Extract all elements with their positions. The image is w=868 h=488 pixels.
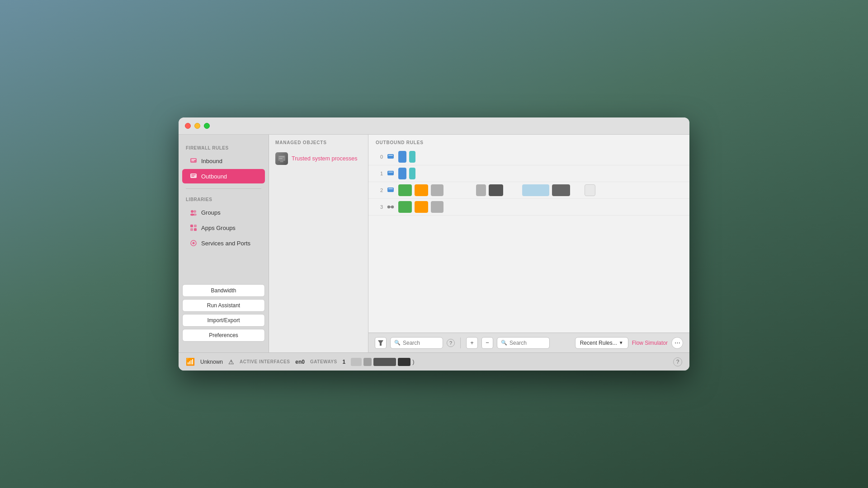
- dropdown-chevron-icon: ▼: [619, 340, 623, 345]
- rule-cell-gray: [431, 184, 443, 196]
- sidebar-item-services-ports[interactable]: Services and Ports: [182, 236, 265, 250]
- rule-cell-orange: [415, 184, 428, 196]
- svg-point-9: [193, 214, 197, 216]
- window-body: FIREWALL RULES Inbound: [179, 135, 689, 352]
- gateway-bar: ): [351, 358, 414, 366]
- services-ports-label: Services and Ports: [201, 240, 250, 247]
- bandwidth-button[interactable]: Bandwidth: [182, 284, 265, 297]
- svg-point-6: [191, 210, 193, 213]
- managed-objects-search-box[interactable]: 🔍: [390, 337, 443, 349]
- svg-rect-26: [388, 188, 393, 189]
- svg-rect-25: [387, 188, 394, 192]
- help-button-left[interactable]: ?: [447, 339, 455, 347]
- inbound-label: Inbound: [201, 158, 222, 164]
- svg-rect-2: [191, 160, 194, 161]
- rule-cells: [398, 184, 595, 196]
- svg-rect-11: [194, 225, 197, 227]
- table-row[interactable]: 2: [368, 182, 689, 199]
- svg-rect-10: [190, 225, 193, 227]
- remove-rule-button[interactable]: −: [481, 337, 493, 349]
- trusted-processes-label: Trusted system processes: [292, 155, 357, 162]
- sidebar-spacer: [179, 251, 269, 281]
- row-type-icon: [387, 186, 395, 194]
- maximize-button[interactable]: [204, 123, 210, 129]
- svg-point-15: [193, 242, 195, 244]
- managed-objects-search-input[interactable]: [403, 340, 439, 346]
- rule-cell-white: [585, 184, 595, 196]
- svg-rect-5: [191, 176, 194, 177]
- table-row[interactable]: 1: [368, 165, 689, 182]
- rule-cell-gray-2: [476, 184, 486, 196]
- table-row[interactable]: 3: [368, 199, 689, 216]
- apps-groups-label: Apps Groups: [201, 225, 236, 231]
- gateways-count: 1: [343, 359, 346, 365]
- row-number: 3: [376, 204, 383, 210]
- rule-cells: [398, 201, 443, 213]
- minimize-button[interactable]: [194, 123, 200, 129]
- content-area: MANAGED OBJECTS Trusted system processes: [269, 135, 689, 352]
- inbound-icon: [189, 157, 198, 165]
- svg-rect-19: [280, 161, 283, 162]
- trusted-system-processes-item[interactable]: Trusted system processes: [269, 149, 368, 169]
- warning-icon: ⚠: [228, 358, 234, 366]
- more-options-button[interactable]: ⋯: [671, 337, 683, 349]
- gateway-segment-3: [373, 358, 396, 366]
- close-button[interactable]: [185, 123, 191, 129]
- rule-cell-teal: [409, 151, 415, 163]
- gateway-extra: ): [412, 358, 414, 365]
- table-row[interactable]: 0: [368, 149, 689, 165]
- status-help-button[interactable]: ?: [673, 357, 682, 366]
- active-interfaces-label: ACTIVE INTERFACES: [240, 359, 290, 364]
- svg-rect-20: [280, 160, 283, 161]
- gateway-segment-4: [398, 358, 410, 366]
- sidebar-item-inbound[interactable]: Inbound: [182, 154, 265, 168]
- rules-search-box[interactable]: 🔍: [497, 337, 550, 349]
- rules-bottom-toolbar: 🔍 ? + − 🔍 Recent Rules...: [368, 333, 689, 352]
- row-type-icon: [387, 153, 395, 161]
- status-bar: 📶 Unknown ⚠ ACTIVE INTERFACES en0 GATEWA…: [179, 352, 689, 371]
- outbound-rules-header: OUTBOUND RULES: [368, 135, 689, 149]
- rule-cell-lightblue: [522, 184, 549, 196]
- search-icon-left: 🔍: [394, 340, 401, 346]
- rule-cells: [398, 168, 415, 179]
- managed-objects-header: MANAGED OBJECTS: [269, 135, 368, 149]
- sidebar-item-apps-groups[interactable]: Apps Groups: [182, 221, 265, 235]
- sidebar: FIREWALL RULES Inbound: [179, 135, 269, 352]
- run-assistant-button[interactable]: Run Assistant: [182, 299, 265, 312]
- rule-cells: [398, 151, 415, 163]
- svg-point-7: [193, 210, 196, 213]
- interface-value: en0: [295, 359, 305, 365]
- row-number: 2: [376, 188, 383, 193]
- svg-marker-30: [378, 340, 383, 346]
- groups-label: Groups: [201, 209, 221, 216]
- outbound-icon: [189, 172, 198, 180]
- rule-cell-gray-3: [431, 201, 443, 213]
- trusted-processes-icon: [275, 152, 288, 165]
- rule-cell-blue: [398, 168, 406, 179]
- svg-rect-4: [191, 174, 196, 175]
- wifi-status-text: Unknown: [200, 359, 223, 365]
- recent-rules-label: Recent Rules...: [580, 340, 617, 346]
- gateway-segment-2: [363, 358, 372, 366]
- row-type-icon: [387, 203, 395, 211]
- flow-simulator-button[interactable]: Flow Simulator: [632, 340, 668, 346]
- rule-cell-green: [398, 184, 412, 196]
- sidebar-item-outbound[interactable]: Outbound: [182, 169, 265, 183]
- rules-search-input[interactable]: [509, 340, 546, 346]
- svg-rect-21: [387, 154, 394, 159]
- sidebar-action-buttons: Bandwidth Run Assistant Import/Export Pr…: [179, 281, 269, 345]
- import-export-button[interactable]: Import/Export: [182, 314, 265, 327]
- svg-rect-12: [190, 228, 193, 231]
- services-ports-icon: [189, 239, 198, 247]
- add-rule-button[interactable]: +: [466, 337, 478, 349]
- managed-objects-panel: MANAGED OBJECTS Trusted system processes: [269, 135, 368, 352]
- filter-button[interactable]: [375, 337, 387, 349]
- sidebar-item-groups[interactable]: Groups: [182, 205, 265, 220]
- rule-cell-teal: [409, 168, 415, 179]
- preferences-button[interactable]: Preferences: [182, 329, 265, 342]
- svg-rect-18: [279, 158, 283, 159]
- recent-rules-dropdown[interactable]: Recent Rules... ▼: [575, 337, 628, 349]
- rule-cell-darkgray: [552, 184, 570, 196]
- apps-groups-icon: [189, 224, 198, 232]
- libraries-label: LIBRARIES: [179, 193, 269, 205]
